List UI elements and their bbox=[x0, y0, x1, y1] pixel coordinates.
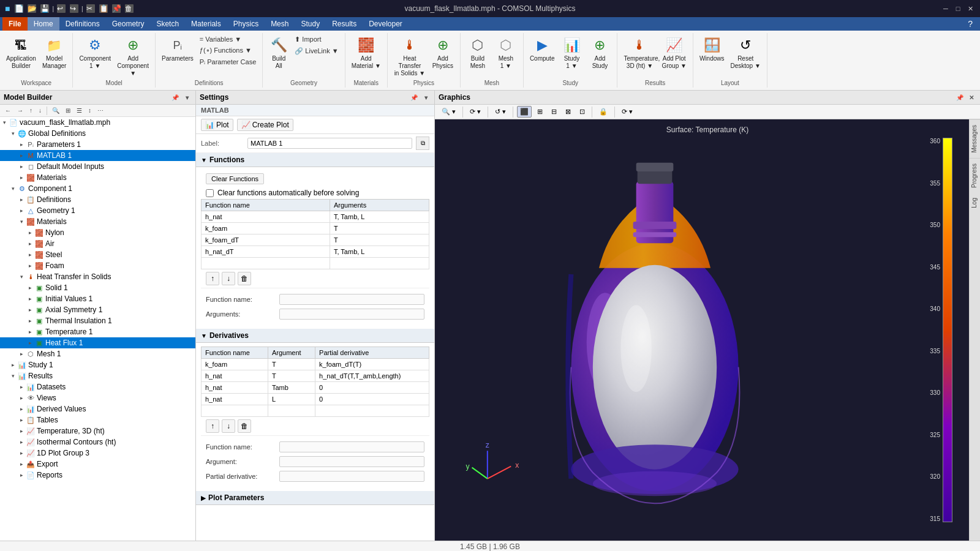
view-mode-btn-1[interactable]: ⬛ bbox=[517, 106, 532, 118]
tree-item-geometry-1[interactable]: ▸△Geometry 1 bbox=[0, 205, 195, 216]
menu-definitions[interactable]: Definitions bbox=[59, 17, 106, 31]
toolbar-undo[interactable]: ↩ bbox=[57, 4, 66, 13]
close-button[interactable]: ✕ bbox=[965, 4, 975, 13]
table-row[interactable]: h_natL0 bbox=[202, 394, 429, 405]
tree-item-default-model[interactable]: ▸◻Default Model Inputs bbox=[0, 161, 195, 172]
tree-item-solid-1[interactable]: ▸▣Solid 1 bbox=[0, 282, 195, 293]
tree-item-root[interactable]: ▾📄vacuum_flask_llmatlab.mph bbox=[0, 117, 195, 128]
clear-functions-btn[interactable]: Clear Functions bbox=[206, 173, 264, 184]
progress-tab[interactable]: Progress bbox=[970, 158, 980, 193]
toolbar-redo[interactable]: ↪ bbox=[70, 4, 78, 13]
app-builder-button[interactable]: 🏗 ApplicationBuilder bbox=[4, 34, 39, 71]
parameters-button[interactable]: Pᵢ Parameters bbox=[159, 34, 196, 64]
menu-developer[interactable]: Developer bbox=[363, 17, 409, 31]
parameter-case-button[interactable]: Pᵢ Parameter Case bbox=[197, 57, 258, 67]
toolbar-new[interactable]: 📄 bbox=[15, 4, 23, 13]
add-component-button[interactable]: ⊕ Add Component ▼ bbox=[115, 34, 151, 78]
view-btn[interactable]: ☰ bbox=[74, 106, 85, 115]
log-tab[interactable]: Log bbox=[970, 193, 980, 213]
filter-btn[interactable]: 🔍 bbox=[50, 106, 62, 115]
auto-clear-checkbox[interactable] bbox=[206, 189, 214, 197]
messages-tab[interactable]: Messages bbox=[970, 119, 980, 158]
label-input[interactable] bbox=[247, 138, 412, 149]
table-row[interactable]: h_natTamb0 bbox=[202, 382, 429, 394]
table-row[interactable]: k_foamTk_foam_dT(T) bbox=[202, 359, 429, 370]
add-study-button[interactable]: ⊕ AddStudy bbox=[586, 34, 613, 71]
tree-item-parameters-1[interactable]: ▸PᵢParameters 1 bbox=[0, 139, 195, 150]
table-row[interactable]: k_foam_dTT bbox=[202, 234, 429, 246]
table-row[interactable]: h_natT, Tamb, L bbox=[202, 211, 429, 223]
model-manager-button[interactable]: 📁 ModelManager bbox=[40, 34, 69, 71]
table-row[interactable]: k_foamT bbox=[202, 223, 429, 234]
nav-down[interactable]: ↓ bbox=[36, 106, 44, 115]
rotate-btn[interactable]: ⟳ ▾ bbox=[467, 106, 484, 118]
expand-btn[interactable]: ⊞ bbox=[63, 106, 73, 115]
more-btn[interactable]: ⋯ bbox=[95, 106, 106, 115]
menu-sketch[interactable]: Sketch bbox=[150, 17, 185, 31]
fn-args-input[interactable] bbox=[279, 309, 424, 320]
panel-pin-btn[interactable]: 📌 bbox=[170, 92, 180, 102]
reset-desktop-button[interactable]: ↺ ResetDesktop ▼ bbox=[728, 34, 763, 71]
tree-item-reports[interactable]: ▸📄Reports bbox=[0, 470, 195, 481]
tree-item-datasets[interactable]: ▸📊Datasets bbox=[0, 381, 195, 392]
functions-section-header[interactable]: ▼ Functions bbox=[196, 153, 434, 167]
nav-back[interactable]: ← bbox=[2, 106, 13, 115]
graphics-pin-btn[interactable]: 📌 bbox=[955, 92, 965, 102]
refresh-btn[interactable]: ⟳ ▾ bbox=[619, 106, 636, 118]
deriv-row-up[interactable]: ↑ bbox=[206, 419, 219, 433]
settings-pin-btn[interactable]: 📌 bbox=[409, 92, 419, 102]
tree-item-temp-3d[interactable]: ▸📈Temperature, 3D (ht) bbox=[0, 425, 195, 437]
menu-physics[interactable]: Physics bbox=[227, 17, 265, 31]
tree-item-definitions[interactable]: ▸📋Definitions bbox=[0, 194, 195, 205]
create-plot-button[interactable]: 📈 Create Plot bbox=[237, 119, 293, 131]
deriv-arg-input[interactable] bbox=[279, 456, 424, 467]
add-physics-button[interactable]: ⊕ AddPhysics bbox=[429, 34, 456, 71]
tree-item-steel[interactable]: ▸🧱Steel bbox=[0, 249, 195, 260]
tree-item-component-1[interactable]: ▾⚙Component 1 bbox=[0, 183, 195, 194]
toolbar-open[interactable]: 📂 bbox=[28, 4, 36, 13]
menu-results[interactable]: Results bbox=[326, 17, 363, 31]
table-row[interactable]: h_nat_dTT, Tamb, L bbox=[202, 246, 429, 258]
view-mode-btn-5[interactable]: ⊡ bbox=[576, 106, 588, 118]
variables-button[interactable]: = Variables ▼ bbox=[197, 34, 258, 44]
tree-item-heat-transfer-s[interactable]: ▾🌡Heat Transfer in Solids bbox=[0, 271, 195, 282]
table-row[interactable]: h_natTh_nat_dT(T,T_amb,Length) bbox=[202, 370, 429, 382]
settings-menu-btn[interactable]: ▾ bbox=[421, 92, 431, 102]
build-mesh-button[interactable]: ⬡ BuildMesh bbox=[464, 34, 491, 71]
nav-up[interactable]: ↑ bbox=[27, 106, 35, 115]
tree-item-materials-g[interactable]: ▸🧱Materials bbox=[0, 172, 195, 183]
temperature-3d-button[interactable]: 🌡 Temperature,3D (ht) ▼ bbox=[621, 34, 658, 71]
mesh-1-button[interactable]: ⬡ Mesh1 ▼ bbox=[492, 34, 519, 71]
tree-item-thermal-ins-1[interactable]: ▸▣Thermal Insulation 1 bbox=[0, 315, 195, 326]
menu-home[interactable]: Home bbox=[28, 17, 59, 31]
tree-item-export[interactable]: ▸📤Export bbox=[0, 459, 195, 470]
toolbar-delete[interactable]: 🗑 bbox=[125, 4, 134, 13]
add-material-button[interactable]: 🧱 AddMaterial ▼ bbox=[349, 34, 383, 71]
menu-geometry[interactable]: Geometry bbox=[106, 17, 151, 31]
title-bar-controls[interactable]: ─ □ ✕ bbox=[941, 4, 975, 13]
tree-item-nylon[interactable]: ▸🧱Nylon bbox=[0, 227, 195, 238]
menu-file[interactable]: File bbox=[2, 17, 28, 31]
tree-item-initial-values-1[interactable]: ▸▣Initial Values 1 bbox=[0, 293, 195, 304]
minimize-button[interactable]: ─ bbox=[941, 4, 951, 13]
import-button[interactable]: ⬆ Import bbox=[292, 34, 341, 45]
maximize-button[interactable]: □ bbox=[953, 4, 963, 13]
reset-view-btn[interactable]: ↺ ▾ bbox=[492, 106, 509, 118]
fn-row-down[interactable]: ↓ bbox=[222, 272, 235, 285]
fn-row-up[interactable]: ↑ bbox=[206, 272, 219, 285]
fn-row-delete[interactable]: 🗑 bbox=[238, 272, 251, 285]
tree-item-tables[interactable]: ▸📋Tables bbox=[0, 414, 195, 425]
plot-params-section-header[interactable]: ▶ Plot Parameters bbox=[196, 491, 434, 505]
tree-item-views[interactable]: ▸👁Views bbox=[0, 392, 195, 403]
view-mode-btn-4[interactable]: ⊠ bbox=[562, 106, 574, 118]
fn-name-input[interactable] bbox=[279, 294, 424, 305]
functions-button[interactable]: ƒ(∘) Functions ▼ bbox=[197, 45, 258, 56]
panel-menu-btn[interactable]: ▾ bbox=[182, 92, 192, 102]
menu-materials[interactable]: Materials bbox=[185, 17, 227, 31]
heat-transfer-button[interactable]: 🌡 Heat Transferin Solids ▼ bbox=[391, 34, 428, 78]
tree-item-mesh-1[interactable]: ▸⬡Mesh 1 bbox=[0, 348, 195, 359]
zoom-btn[interactable]: 🔍 ▾ bbox=[439, 106, 459, 118]
sort-btn[interactable]: ↕ bbox=[86, 106, 94, 115]
tree-item-axial-sym-1[interactable]: ▸▣Axial Symmetry 1 bbox=[0, 304, 195, 315]
tree-item-matlab-1[interactable]: ▸MMATLAB 1 bbox=[0, 150, 195, 161]
